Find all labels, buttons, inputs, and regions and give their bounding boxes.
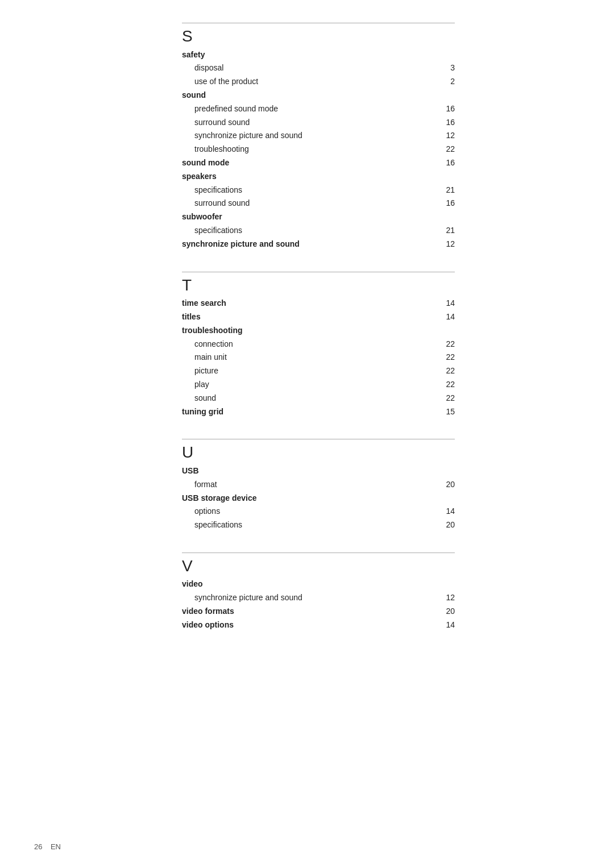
page-container: Ssafetydisposal3use of the product2sound… — [148, 0, 466, 687]
index-entry: specifications21 — [182, 224, 455, 238]
index-entry: troubleshooting — [182, 324, 455, 338]
index-entry: troubleshooting22 — [182, 143, 455, 156]
index-entry: synchronize picture and sound12 — [182, 591, 455, 605]
index-entry: subwoofer — [182, 210, 455, 224]
section-letter: S — [182, 27, 455, 46]
entry-label: sound — [182, 392, 216, 405]
entry-page: 20 — [438, 605, 455, 618]
entry-page: 12 — [438, 129, 455, 143]
entry-label: play — [182, 378, 209, 392]
section-divider — [182, 553, 455, 553]
index-entry: sound — [182, 89, 455, 102]
index-entry: USB — [182, 464, 455, 478]
index-section-t: Ttime search14titles14troubleshootingcon… — [182, 272, 455, 419]
entry-label: USB — [182, 464, 199, 478]
entry-page: 22 — [438, 378, 455, 392]
index-entry: surround sound16 — [182, 197, 455, 210]
index-entry: main unit22 — [182, 351, 455, 364]
index-entry: safety — [182, 48, 455, 62]
entry-label: format — [182, 478, 217, 492]
entry-label: specifications — [182, 224, 242, 238]
entry-label: troubleshooting — [182, 143, 249, 156]
entry-label: connection — [182, 338, 233, 351]
index-entry: use of the product2 — [182, 75, 455, 89]
entry-page: 14 — [438, 310, 455, 324]
index-entry: specifications21 — [182, 184, 455, 197]
entry-label: surround sound — [182, 116, 250, 130]
entry-label: video options — [182, 618, 234, 632]
index-section-v: Vvideosynchronize picture and sound12vid… — [182, 553, 455, 632]
index-section-u: UUSBformat20USB storage deviceoptions14s… — [182, 439, 455, 532]
entry-page: 22 — [438, 392, 455, 405]
entry-label: time search — [182, 297, 226, 310]
entry-label: safety — [182, 48, 205, 62]
entry-label: synchronize picture and sound — [182, 238, 300, 251]
index-entry: synchronize picture and sound12 — [182, 129, 455, 143]
entry-label: main unit — [182, 351, 227, 364]
entry-label: specifications — [182, 518, 242, 532]
index-entry: predefined sound mode16 — [182, 102, 455, 116]
entry-label: specifications — [182, 184, 242, 197]
entry-page: 12 — [438, 591, 455, 605]
entry-page: 16 — [438, 102, 455, 116]
section-letter: T — [182, 276, 455, 295]
index-entry: speakers — [182, 170, 455, 184]
entry-page: 16 — [438, 156, 455, 170]
entry-label: picture — [182, 364, 218, 378]
entry-label: use of the product — [182, 75, 258, 89]
footer: 26 EN — [34, 842, 61, 851]
section-letter: U — [182, 443, 455, 462]
index-entry: options14 — [182, 505, 455, 518]
entry-page: 3 — [438, 61, 455, 75]
entry-label: video — [182, 578, 203, 591]
index-entry: tuning grid15 — [182, 405, 455, 419]
entry-page: 20 — [438, 518, 455, 532]
entry-label: tuning grid — [182, 405, 223, 419]
section-divider — [182, 272, 455, 272]
index-entry: video options14 — [182, 618, 455, 632]
entry-label: options — [182, 505, 220, 518]
entry-page: 16 — [438, 197, 455, 210]
index-entry: specifications20 — [182, 518, 455, 532]
index-section-s: Ssafetydisposal3use of the product2sound… — [182, 23, 455, 251]
index-entry: titles14 — [182, 310, 455, 324]
index-entry: video — [182, 578, 455, 591]
entry-page: 16 — [438, 116, 455, 130]
index-entry: connection22 — [182, 338, 455, 351]
entry-page: 2 — [438, 75, 455, 89]
entry-page: 22 — [438, 143, 455, 156]
entry-label: video formats — [182, 605, 234, 618]
entry-page: 21 — [438, 224, 455, 238]
entry-page: 22 — [438, 351, 455, 364]
index-entry: USB storage device — [182, 492, 455, 505]
entry-label: sound mode — [182, 156, 229, 170]
entry-label: synchronize picture and sound — [182, 591, 302, 605]
entry-label: synchronize picture and sound — [182, 129, 302, 143]
index-entry: play22 — [182, 378, 455, 392]
section-divider — [182, 23, 455, 23]
index-entry: video formats20 — [182, 605, 455, 618]
entry-page: 20 — [438, 478, 455, 492]
index-entry: disposal3 — [182, 61, 455, 75]
entry-label: troubleshooting — [182, 324, 243, 338]
entry-page: 15 — [438, 405, 455, 419]
entry-page: 22 — [438, 364, 455, 378]
entry-page: 14 — [438, 297, 455, 310]
section-divider — [182, 439, 455, 439]
entry-page: 12 — [438, 238, 455, 251]
entry-page: 21 — [438, 184, 455, 197]
section-letter: V — [182, 556, 455, 576]
entry-label: disposal — [182, 61, 223, 75]
footer-language: EN — [51, 842, 61, 851]
entry-page: 14 — [438, 618, 455, 632]
entry-label: surround sound — [182, 197, 250, 210]
index-entry: sound22 — [182, 392, 455, 405]
index-entry: picture22 — [182, 364, 455, 378]
index-entry: surround sound16 — [182, 116, 455, 130]
entry-page: 14 — [438, 505, 455, 518]
index-entry: synchronize picture and sound12 — [182, 238, 455, 251]
entry-label: subwoofer — [182, 210, 222, 224]
footer-page: 26 — [34, 842, 42, 851]
index-entry: format20 — [182, 478, 455, 492]
entry-label: predefined sound mode — [182, 102, 278, 116]
